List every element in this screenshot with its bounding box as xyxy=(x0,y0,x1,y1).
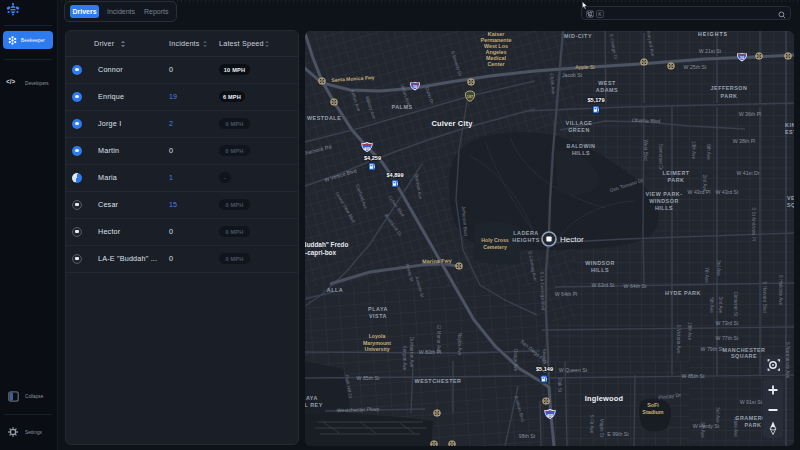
svg-text:S Fir Ave: S Fir Ave xyxy=(589,415,594,434)
svg-text:LEIMERT: LEIMERT xyxy=(662,170,689,176)
svg-text:HEIGHTS: HEIGHTS xyxy=(512,237,539,243)
svg-text:Obama Blvd: Obama Blvd xyxy=(632,117,661,124)
svg-text:W 38th Pl: W 38th Pl xyxy=(733,138,756,144)
svg-text:W 73rd St: W 73rd St xyxy=(715,320,739,326)
svg-text:W 43rd St: W 43rd St xyxy=(715,189,739,195)
svg-text:HILLS: HILLS xyxy=(655,205,673,211)
svg-text:Oak St: Oak St xyxy=(557,378,562,393)
svg-text:University: University xyxy=(364,346,389,352)
svg-text:HILLS: HILLS xyxy=(572,150,590,156)
svg-text:W 25th St: W 25th St xyxy=(684,64,707,70)
svg-text:S St Andrews Pl: S St Andrews Pl xyxy=(751,207,756,241)
svg-text:10th Ave: 10th Ave xyxy=(691,141,696,160)
svg-text:PARK: PARK xyxy=(721,93,738,99)
svg-text:$5,179: $5,179 xyxy=(587,97,604,103)
svg-text:S Normandie Ave: S Normandie Ave xyxy=(785,342,790,379)
svg-text:SQUARE: SQUARE xyxy=(787,202,794,208)
svg-text:VILLAGE: VILLAGE xyxy=(566,120,593,126)
svg-text:$4,899: $4,899 xyxy=(386,172,403,178)
svg-text:KING: KING xyxy=(785,122,794,128)
svg-text:VERMONT: VERMONT xyxy=(787,195,794,201)
svg-text:W 21st St: W 21st St xyxy=(699,48,722,54)
svg-text:GREEN: GREEN xyxy=(568,127,590,133)
svg-text:PARK: PARK xyxy=(745,422,762,428)
svg-text:187: 187 xyxy=(467,95,473,99)
svg-text:S Halldale Ave: S Halldale Ave xyxy=(778,275,783,306)
svg-text:W 64th Pl: W 64th Pl xyxy=(555,291,578,297)
svg-text:7th Ave: 7th Ave xyxy=(704,267,709,283)
svg-text:WINDSOR: WINDSOR xyxy=(585,260,615,266)
svg-text:PALMS: PALMS xyxy=(392,104,413,110)
svg-text:$4,259: $4,259 xyxy=(364,155,381,161)
svg-text:$5,149: $5,149 xyxy=(536,366,553,372)
svg-text:Jacob St: Jacob St xyxy=(562,72,583,78)
svg-text:HYDE PARK: HYDE PARK xyxy=(665,290,701,296)
svg-text:El Manor Ave: El Manor Ave xyxy=(436,325,441,353)
svg-text:2nd Ave: 2nd Ave xyxy=(702,175,707,192)
svg-text:HILLS: HILLS xyxy=(591,267,609,273)
svg-text:E 99th St: E 99th St xyxy=(607,431,629,437)
svg-text:MID-CITY: MID-CITY xyxy=(564,33,592,39)
svg-text:HEIGHTS: HEIGHTS xyxy=(698,31,728,37)
svg-text:Marymount: Marymount xyxy=(363,340,391,346)
svg-text:Naylor Ave: Naylor Ave xyxy=(457,333,462,356)
svg-text:S Harvard Blvd: S Harvard Blvd xyxy=(762,281,767,313)
svg-text:"Buddah" Fredo: "Buddah" Fredo xyxy=(305,241,348,248)
svg-text:Holy Cross: Holy Cross xyxy=(481,237,509,243)
svg-text:VIEW PARK-: VIEW PARK- xyxy=(646,191,683,197)
svg-text:Somerset Dr: Somerset Dr xyxy=(658,144,663,171)
svg-text:PLAYA: PLAYA xyxy=(368,306,388,312)
svg-text:6th Ave: 6th Ave xyxy=(706,144,711,160)
svg-text:Culver City: Culver City xyxy=(431,119,473,128)
svg-text:West Blvd: West Blvd xyxy=(643,139,648,160)
svg-text:ALLA: ALLA xyxy=(327,287,343,293)
svg-text:W 77th St: W 77th St xyxy=(716,335,739,341)
svg-text:Osage Ave: Osage Ave xyxy=(513,349,518,372)
svg-text:WESTCHESTER: WESTCHESTER xyxy=(415,378,462,384)
svg-text:ESTATES: ESTATES xyxy=(785,129,794,135)
svg-text:S Victoria Ave: S Victoria Ave xyxy=(676,324,681,353)
svg-text:SoFi: SoFi xyxy=(647,402,659,408)
svg-text:JEFFERSON: JEFFERSON xyxy=(711,85,748,91)
svg-text:W 91st St: W 91st St xyxy=(740,399,763,405)
svg-text:2nd Ave: 2nd Ave xyxy=(718,297,723,314)
svg-text:ADAMS: ADAMS xyxy=(596,87,618,93)
svg-text:PLAYA: PLAYA xyxy=(305,395,318,401)
svg-text:LADERA: LADERA xyxy=(513,230,538,236)
svg-text:vy-capri-box: vy-capri-box xyxy=(305,249,336,257)
svg-text:5th Ave: 5th Ave xyxy=(709,297,714,313)
svg-text:Cimarron St: Cimarron St xyxy=(733,291,738,317)
svg-text:W 41st Dr: W 41st Dr xyxy=(736,170,759,176)
svg-text:Apple St: Apple St xyxy=(575,64,595,70)
svg-text:BALDWIN: BALDWIN xyxy=(567,143,596,149)
svg-text:PARK: PARK xyxy=(668,177,685,183)
svg-text:MANCHESTER: MANCHESTER xyxy=(722,347,765,353)
svg-text:W 63rd St: W 63rd St xyxy=(591,282,615,288)
svg-text:WESTDALE: WESTDALE xyxy=(307,115,341,121)
svg-text:Dunbarton Ave: Dunbarton Ave xyxy=(409,337,414,368)
svg-text:W 85th St: W 85th St xyxy=(357,375,380,381)
svg-text:Stadium: Stadium xyxy=(642,409,663,415)
svg-text:Inglewood: Inglewood xyxy=(585,394,624,403)
svg-text:W Hardy St: W Hardy St xyxy=(693,423,720,429)
svg-text:10: 10 xyxy=(740,56,744,60)
svg-text:Maple St: Maple St xyxy=(599,419,604,438)
svg-text:405: 405 xyxy=(547,413,554,418)
svg-text:Kenyon Ave: Kenyon Ave xyxy=(402,346,407,371)
svg-text:W 79th St: W 79th St xyxy=(701,346,724,352)
svg-text:WEST: WEST xyxy=(598,80,616,86)
svg-text:VISTA: VISTA xyxy=(369,313,387,319)
svg-text:8th Ave: 8th Ave xyxy=(700,422,705,438)
svg-text:98th St: 98th St xyxy=(519,433,536,439)
svg-text:Center: Center xyxy=(487,61,505,67)
svg-text:Loyola: Loyola xyxy=(369,333,386,339)
svg-text:3rd Ave: 3rd Ave xyxy=(715,407,720,423)
svg-text:Cemetery: Cemetery xyxy=(483,244,507,250)
svg-text:WINDSOR: WINDSOR xyxy=(649,198,679,204)
svg-text:SQUARE: SQUARE xyxy=(731,353,757,359)
svg-text:405: 405 xyxy=(364,146,371,151)
svg-text:DEL REY: DEL REY xyxy=(305,402,323,408)
svg-text:3rd Ave: 3rd Ave xyxy=(716,260,721,276)
svg-text:W 36th Pl: W 36th Pl xyxy=(739,111,762,117)
svg-text:W 85th St: W 85th St xyxy=(682,373,705,379)
